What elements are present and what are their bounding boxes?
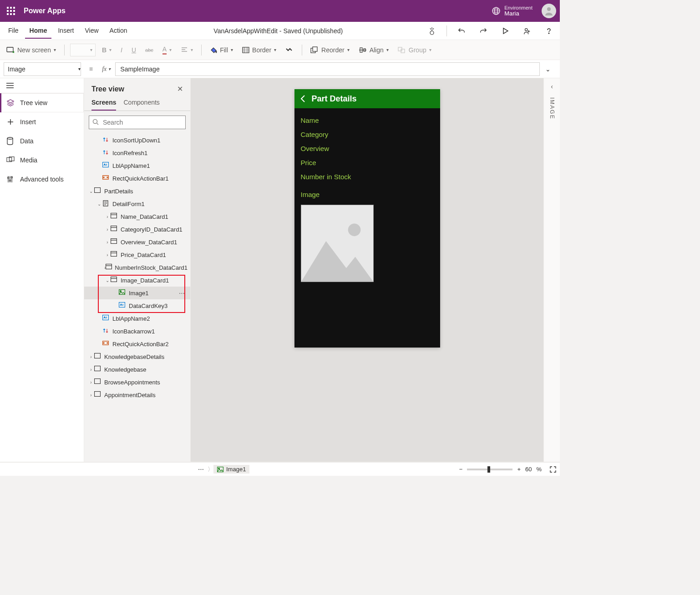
tree-node-detailform1[interactable]: ⌄DetailForm1 — [84, 197, 190, 210]
tree-node-knowledgebasedetails[interactable]: ›KnowledgebaseDetails — [84, 350, 190, 363]
menu-item-insert[interactable]: Insert — [53, 23, 78, 39]
tree-node-rectquickactionbar1[interactable]: RectQuickActionBar1 — [84, 172, 190, 185]
nav-item-media[interactable]: Media — [0, 151, 84, 170]
font-color-button[interactable]: A▾ — [160, 44, 174, 56]
fit-to-window-icon[interactable] — [550, 466, 556, 473]
tree-node-iconrefresh1[interactable]: IconRefresh1 — [84, 146, 190, 159]
tree-node-iconsortupdown1[interactable]: IconSortUpDown1 — [84, 134, 190, 146]
tree-search-input[interactable] — [89, 116, 186, 129]
zoom-out-button[interactable]: − — [459, 466, 463, 473]
nav-item-insert[interactable]: Insert — [0, 112, 84, 131]
tree-node-iconbackarrow1[interactable]: IconBackarrow1 — [84, 325, 190, 338]
tree-node-overview_datacard1[interactable]: ›Overview_DataCard1 — [84, 236, 190, 248]
sliders-icon — [6, 175, 15, 183]
play-icon[interactable] — [498, 25, 512, 36]
tree-node-appointmentdetails[interactable]: ›AppointmentDetails — [84, 388, 190, 401]
nav-hamburger-icon[interactable] — [0, 78, 84, 93]
menu-item-home[interactable]: Home — [25, 23, 52, 39]
nav-item-data[interactable]: Data — [0, 131, 84, 151]
expand-formula-icon[interactable]: ⌄ — [540, 66, 556, 73]
bold-button[interactable]: B▾ — [99, 45, 114, 55]
svg-rect-35 — [103, 315, 109, 320]
redo-icon[interactable] — [476, 25, 491, 36]
app-checker-icon[interactable] — [425, 25, 439, 36]
format-painter-button[interactable] — [283, 45, 296, 55]
tree-node-rectquickactionbar2[interactable]: RectQuickActionBar2 — [84, 338, 190, 350]
app-launcher-icon[interactable] — [4, 4, 18, 18]
properties-panel-collapsed[interactable]: ‹ IMAGE — [543, 78, 560, 462]
expand-arrow-icon[interactable]: › — [104, 227, 111, 232]
nav-item-advanced-tools[interactable]: Advanced tools — [0, 170, 84, 189]
tree-tab-screens[interactable]: Screens — [91, 95, 116, 111]
expand-arrow-icon[interactable]: ⌄ — [104, 278, 111, 283]
preview-image-placeholder[interactable] — [301, 205, 374, 282]
tree-node-browseappointments[interactable]: ›BrowseAppointments — [84, 376, 190, 388]
new-screen-button[interactable]: New screen ▾ — [4, 45, 59, 55]
chevron-left-icon[interactable]: ‹ — [551, 83, 553, 90]
svg-point-22 — [103, 177, 104, 178]
fx-button[interactable]: fx▾ — [97, 66, 115, 73]
undo-icon[interactable] — [454, 25, 469, 36]
reorder-button[interactable]: Reorder▾ — [308, 45, 352, 55]
equals-sign: = — [85, 66, 97, 73]
property-selector[interactable]: Image ▾ — [4, 62, 81, 76]
label-icon — [102, 162, 110, 169]
expand-arrow-icon[interactable]: › — [88, 354, 94, 359]
group-button[interactable]: Group▾ — [395, 45, 434, 55]
close-icon[interactable]: ✕ — [177, 85, 183, 93]
expand-arrow-icon[interactable]: ⌄ — [88, 189, 94, 194]
expand-arrow-icon[interactable]: › — [104, 214, 111, 219]
more-icon[interactable]: ⋯ — [177, 290, 187, 297]
tree-node-name_datacard1[interactable]: ›Name_DataCard1 — [84, 210, 190, 223]
expand-arrow-icon[interactable]: › — [104, 252, 111, 257]
zoom-in-button[interactable]: + — [517, 466, 521, 473]
image-icon — [217, 467, 223, 472]
menu-bar: FileHomeInsertViewAction VanArsdelAppWit… — [0, 22, 560, 40]
tree-tab-components[interactable]: Components — [123, 95, 159, 111]
fill-button[interactable]: Fill▾ — [207, 45, 236, 55]
zoom-slider[interactable] — [467, 469, 512, 470]
tree-node-image1[interactable]: Image1⋯ — [84, 287, 190, 299]
menu-item-file[interactable]: File — [4, 23, 23, 39]
svg-rect-44 — [218, 467, 223, 472]
italic-button[interactable]: I — [118, 45, 125, 55]
expand-arrow-icon[interactable]: ⌄ — [96, 202, 102, 207]
svg-rect-5 — [7, 47, 13, 52]
app-name: Power Apps — [24, 7, 66, 15]
tree-node-numberinstock_datacard1[interactable]: ›NumberInStock_DataCard1 — [84, 261, 190, 274]
tree-node-lblappname1[interactable]: LblAppName1 — [84, 159, 190, 172]
nav-item-tree-view[interactable]: Tree view — [0, 93, 84, 112]
zoom-suffix: % — [536, 466, 542, 473]
share-icon[interactable] — [520, 25, 534, 36]
canvas[interactable]: Part Details NameCategoryOverviewPriceNu… — [191, 78, 543, 462]
help-icon[interactable] — [542, 25, 556, 36]
tree-node-partdetails[interactable]: ⌄PartDetails — [84, 185, 190, 197]
underline-button[interactable]: U — [129, 45, 139, 55]
text-align-button[interactable]: ▾ — [178, 45, 196, 55]
svg-rect-26 — [111, 213, 117, 218]
expand-arrow-icon[interactable]: › — [88, 367, 94, 372]
formula-input[interactable]: SampleImage — [115, 62, 540, 76]
tree-node-knowledgebase[interactable]: ›Knowledgebase — [84, 363, 190, 376]
tree-node-lblappname2[interactable]: LblAppName2 — [84, 312, 190, 325]
card-icon — [111, 251, 118, 258]
breadcrumb-more[interactable]: ⋯ — [194, 465, 208, 474]
menu-item-view[interactable]: View — [80, 23, 103, 39]
back-icon[interactable] — [300, 94, 306, 103]
menu-item-action[interactable]: Action — [105, 23, 132, 39]
environment-picker[interactable]: Environment Maria — [492, 5, 533, 17]
align-button[interactable]: Align▾ — [356, 45, 391, 55]
breadcrumb-selected[interactable]: Image1 — [213, 465, 249, 474]
expand-arrow-icon[interactable]: › — [88, 393, 94, 398]
font-family-dropdown[interactable]: ▾ — [70, 44, 96, 56]
expand-arrow-icon[interactable]: › — [88, 380, 94, 385]
expand-arrow-icon[interactable]: › — [104, 240, 111, 245]
border-button[interactable]: Border▾ — [239, 45, 279, 55]
tree-node-datacardkey3[interactable]: DataCardKey3 — [84, 299, 190, 312]
user-avatar[interactable] — [542, 4, 556, 18]
tree-node-categoryid_datacard1[interactable]: ›CategoryID_DataCard1 — [84, 223, 190, 236]
tree-node-image_datacard1[interactable]: ⌄Image_DataCard1 — [84, 274, 190, 287]
svg-rect-31 — [111, 277, 117, 282]
strikethrough-button[interactable]: abc — [142, 45, 156, 55]
tree-node-price_datacard1[interactable]: ›Price_DataCard1 — [84, 248, 190, 261]
